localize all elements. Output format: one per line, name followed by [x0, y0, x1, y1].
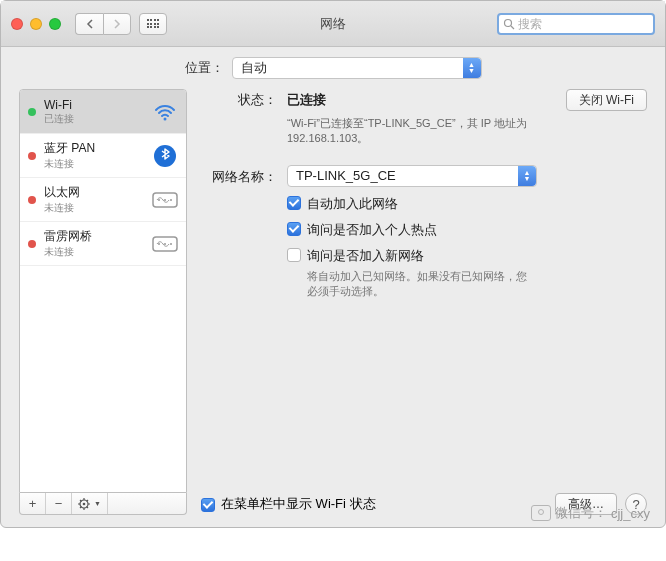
item-name: 雷雳网桥 — [44, 228, 152, 245]
back-button[interactable] — [75, 13, 103, 35]
prefs-window: 网络 位置： 自动 ▲▼ Wi-Fi 已连接 — [0, 0, 666, 528]
main-panel: 状态： 已连接 关闭 Wi-Fi “Wi-Fi”已连接至“TP-LINK_5G_… — [201, 89, 647, 515]
network-name-label: 网络名称： — [201, 166, 277, 186]
svg-point-6 — [164, 199, 166, 201]
details: 状态： 已连接 关闭 Wi-Fi “Wi-Fi”已连接至“TP-LINK_5G_… — [201, 89, 647, 300]
sidebar-item-wifi[interactable]: Wi-Fi 已连接 — [20, 90, 186, 134]
svg-line-21 — [87, 500, 89, 502]
check-ask-new-desc: 将自动加入已知网络。如果没有已知网络，您必须手动选择。 — [307, 269, 537, 300]
updown-icon: ▲▼ — [463, 58, 481, 78]
wifi-icon — [152, 99, 178, 125]
close-icon[interactable] — [11, 18, 23, 30]
sidebar: Wi-Fi 已连接 蓝牙 PAN 未连接 — [19, 89, 187, 515]
ethernet-icon — [152, 231, 178, 257]
status-value: 已连接 — [287, 91, 326, 109]
svg-line-1 — [511, 26, 514, 29]
interface-list: Wi-Fi 已连接 蓝牙 PAN 未连接 — [19, 89, 187, 493]
item-status: 未连接 — [44, 157, 152, 171]
traffic-lights — [11, 18, 61, 30]
location-value: 自动 — [241, 59, 267, 77]
checkbox-icon — [287, 248, 301, 262]
remove-button[interactable]: − — [46, 493, 72, 514]
watermark-value: cjj_cxy — [611, 506, 650, 521]
check-label: 在菜单栏中显示 Wi-Fi 状态 — [221, 495, 376, 513]
check-label: 询问是否加入个人热点 — [307, 221, 437, 239]
checkbox-icon — [201, 498, 215, 512]
location-label: 位置： — [185, 59, 224, 77]
location-select[interactable]: 自动 ▲▼ — [232, 57, 482, 79]
svg-line-20 — [80, 506, 82, 508]
item-name: 蓝牙 PAN — [44, 140, 152, 157]
status-label: 状态： — [201, 89, 277, 109]
wifi-toggle-button[interactable]: 关闭 Wi-Fi — [566, 89, 647, 111]
sidebar-tools: + − ▼ — [19, 493, 187, 515]
check-auto-join[interactable]: 自动加入此网络 — [287, 195, 647, 213]
check-label: 询问是否加入新网络 — [307, 247, 424, 265]
nav-buttons — [75, 13, 131, 35]
minimize-icon[interactable] — [30, 18, 42, 30]
sidebar-item-bluetooth[interactable]: 蓝牙 PAN 未连接 — [20, 134, 186, 178]
svg-line-18 — [80, 500, 82, 502]
svg-line-19 — [87, 506, 89, 508]
search-input[interactable] — [518, 17, 666, 31]
check-ask-new[interactable]: 询问是否加入新网络 — [287, 247, 647, 265]
status-dot-icon — [28, 152, 36, 160]
check-menubar[interactable]: 在菜单栏中显示 Wi-Fi 状态 — [201, 495, 547, 513]
checkbox-icon — [287, 222, 301, 236]
gear-icon — [78, 497, 92, 511]
status-dot-icon — [28, 240, 36, 248]
chevron-down-icon: ▼ — [94, 500, 101, 507]
zoom-icon[interactable] — [49, 18, 61, 30]
svg-point-0 — [505, 19, 512, 26]
check-label: 自动加入此网络 — [307, 195, 398, 213]
svg-point-7 — [170, 199, 172, 201]
item-name: 以太网 — [44, 184, 152, 201]
item-status: 未连接 — [44, 201, 152, 215]
chevron-left-icon — [86, 19, 94, 29]
item-name: Wi-Fi — [44, 98, 152, 112]
chevron-right-icon — [113, 19, 121, 29]
updown-icon: ▲▼ — [518, 166, 536, 186]
svg-point-2 — [164, 117, 167, 120]
svg-point-10 — [164, 243, 166, 245]
sidebar-item-thunderbolt[interactable]: 雷雳网桥 未连接 — [20, 222, 186, 266]
grid-icon — [147, 19, 160, 28]
forward-button[interactable] — [103, 13, 131, 35]
titlebar: 网络 — [1, 1, 665, 47]
show-all-button[interactable] — [139, 13, 167, 35]
watermark: 微信号：cjj_cxy — [531, 504, 650, 522]
item-status: 已连接 — [44, 112, 152, 126]
svg-point-5 — [158, 199, 160, 201]
svg-point-9 — [158, 243, 160, 245]
item-status: 未连接 — [44, 245, 152, 259]
action-menu-button[interactable]: ▼ — [72, 493, 108, 514]
network-name-select[interactable]: TP-LINK_5G_CE ▲▼ — [287, 165, 537, 187]
bluetooth-icon — [152, 143, 178, 169]
search-icon — [503, 18, 515, 30]
watermark-label: 微信号： — [555, 504, 607, 522]
body: Wi-Fi 已连接 蓝牙 PAN 未连接 — [1, 89, 665, 527]
sidebar-item-ethernet[interactable]: 以太网 未连接 — [20, 178, 186, 222]
check-ask-hotspot[interactable]: 询问是否加入个人热点 — [287, 221, 647, 239]
wechat-icon — [531, 505, 551, 521]
ethernet-icon — [152, 187, 178, 213]
status-description: “Wi-Fi”已连接至“TP-LINK_5G_CE”，其 IP 地址为 192.… — [287, 116, 547, 147]
svg-point-13 — [83, 502, 86, 505]
status-dot-icon — [28, 196, 36, 204]
status-dot-icon — [28, 108, 36, 116]
network-name-value: TP-LINK_5G_CE — [296, 168, 396, 183]
search-field[interactable] — [497, 13, 655, 35]
add-button[interactable]: + — [20, 493, 46, 514]
svg-point-11 — [170, 243, 172, 245]
location-row: 位置： 自动 ▲▼ — [1, 47, 665, 89]
checkbox-icon — [287, 196, 301, 210]
